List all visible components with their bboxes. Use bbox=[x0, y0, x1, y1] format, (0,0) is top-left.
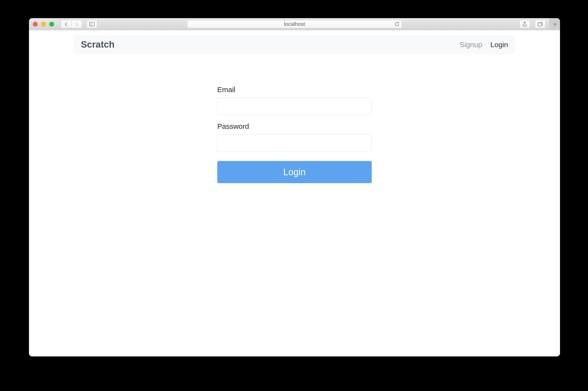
email-group: Email bbox=[217, 86, 372, 115]
window-controls bbox=[33, 22, 54, 27]
titlebar: localhost bbox=[29, 18, 560, 30]
svg-rect-2 bbox=[538, 23, 541, 26]
nav-login-link[interactable]: Login bbox=[490, 41, 508, 49]
reload-button[interactable] bbox=[395, 22, 399, 27]
plus-icon bbox=[553, 22, 557, 27]
sidebar-toggle-button[interactable] bbox=[87, 20, 97, 28]
tabs-icon bbox=[537, 22, 543, 27]
page-viewport: Scratch Signup Login Email Password Logi… bbox=[29, 30, 560, 356]
forward-button[interactable] bbox=[71, 20, 82, 28]
browser-window: localhost bbox=[29, 18, 560, 356]
nav-links: Signup Login bbox=[459, 41, 508, 49]
nav-signup-link[interactable]: Signup bbox=[459, 41, 482, 49]
svg-rect-0 bbox=[90, 22, 94, 26]
back-button[interactable] bbox=[61, 20, 71, 28]
page-container: Scratch Signup Login Email Password Logi… bbox=[69, 35, 520, 183]
password-group: Password bbox=[217, 122, 372, 152]
close-window-icon[interactable] bbox=[33, 22, 38, 27]
email-label: Email bbox=[217, 86, 372, 94]
password-label: Password bbox=[217, 122, 372, 130]
brand[interactable]: Scratch bbox=[81, 39, 114, 50]
maximize-window-icon[interactable] bbox=[49, 22, 54, 27]
new-tab-button[interactable] bbox=[549, 18, 560, 30]
chevron-left-icon bbox=[65, 22, 68, 26]
address-bar[interactable]: localhost bbox=[187, 20, 402, 28]
tabs-button[interactable] bbox=[535, 20, 545, 28]
minimize-window-icon[interactable] bbox=[41, 22, 46, 27]
login-button[interactable]: Login bbox=[217, 161, 372, 183]
reload-icon bbox=[395, 22, 399, 27]
password-input[interactable] bbox=[217, 134, 372, 152]
sidebar-icon bbox=[89, 22, 95, 26]
address-text: localhost bbox=[284, 21, 305, 27]
email-input[interactable] bbox=[217, 98, 372, 115]
navbar: Scratch Signup Login bbox=[74, 35, 515, 54]
share-icon bbox=[523, 21, 527, 27]
right-toolbar bbox=[517, 18, 556, 30]
login-form: Email Password Login bbox=[217, 86, 372, 183]
nav-buttons bbox=[61, 20, 82, 28]
share-button[interactable] bbox=[520, 20, 530, 28]
chevron-right-icon bbox=[75, 22, 78, 26]
